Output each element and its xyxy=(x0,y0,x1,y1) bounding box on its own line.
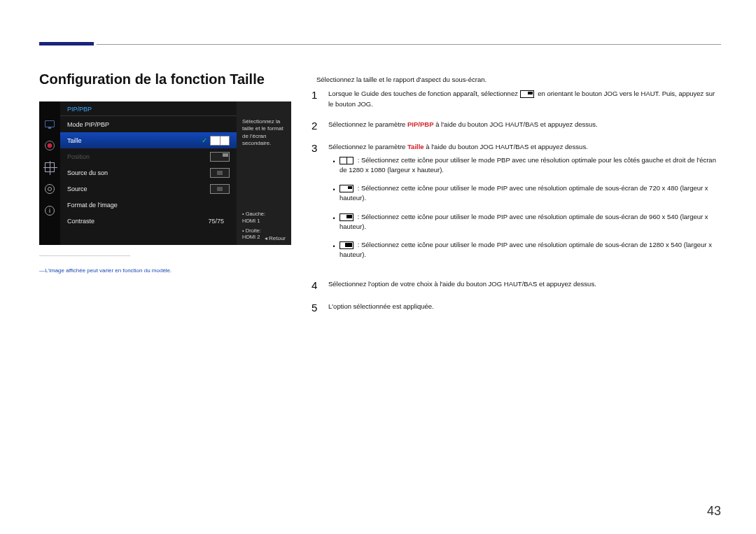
step-3-body: Sélectionnez le paramètre Taille à l'aid… xyxy=(328,141,721,268)
step-2-body: Sélectionnez le paramètre PIP/PBP à l'ai… xyxy=(328,119,721,132)
step-4-body: Sélectionnez l'option de votre choix à l… xyxy=(328,279,721,291)
model-variance-note: L'image affichée peut varier en fonction… xyxy=(39,267,172,274)
bullet-icon: • xyxy=(328,155,340,176)
source-son-value-icon xyxy=(210,168,230,178)
osd-retour: Retour xyxy=(265,235,286,242)
osd-label-format: Format de l'image xyxy=(67,202,230,209)
step-1-number: 1 xyxy=(312,88,328,109)
step-4-number: 4 xyxy=(312,279,328,291)
step-1: 1 Lorsque le Guide des touches de foncti… xyxy=(312,88,721,109)
osd-label-mode: Mode PIP/PBP xyxy=(67,121,230,128)
osd-label-taille: Taille xyxy=(67,137,202,144)
osd-panel: i PIP/PBP Mode PIP/PBP Taille ✓ Position… xyxy=(39,101,291,245)
source-value-icon xyxy=(210,184,230,194)
check-icon: ✓ xyxy=(202,136,207,144)
step-2-number: 2 xyxy=(312,119,328,132)
monitor-icon xyxy=(44,118,55,129)
sub-item-pip-m: • : Sélectionnez cette icône pour utilis… xyxy=(328,212,721,232)
osd-side-info: • Gauche:HDMI 1 • Droite:HDMI 2 Retour xyxy=(242,211,286,241)
osd-description-pane: Sélectionnez la taille et le format de l… xyxy=(237,101,291,245)
osd-section-header: PIP/PBP xyxy=(60,101,237,116)
step-1-body: Lorsque le Guide des touches de fonction… xyxy=(328,88,721,109)
gear-icon xyxy=(44,183,55,195)
bullet-icon: • xyxy=(328,183,340,204)
menu-icon xyxy=(520,90,534,98)
step-5-number: 5 xyxy=(312,301,328,314)
pip-medium-icon xyxy=(340,213,354,221)
osd-list: PIP/PBP Mode PIP/PBP Taille ✓ Position S… xyxy=(60,101,237,245)
step-4: 4 Sélectionnez l'option de votre choix à… xyxy=(312,279,721,291)
osd-row-contraste: Contraste 75/75 xyxy=(60,213,237,229)
taille-value-icon xyxy=(210,136,230,146)
osd-label-contraste: Contraste xyxy=(67,218,174,225)
color-icon xyxy=(44,140,55,151)
osd-row-mode: Mode PIP/PBP xyxy=(60,116,237,132)
note-separator xyxy=(39,255,130,256)
taille-param: Taille xyxy=(407,143,424,150)
step-3: 3 Sélectionnez le paramètre Taille à l'a… xyxy=(312,141,721,268)
osd-icon-strip: i xyxy=(39,101,60,245)
osd-row-source: Source xyxy=(60,181,237,197)
osd-row-format: Format de l'image xyxy=(60,197,237,213)
page-title: Configuration de la fonction Taille xyxy=(39,71,265,87)
bullet-icon: • xyxy=(328,212,340,232)
step-5: 5 L'option sélectionnée est appliquée. xyxy=(312,301,721,314)
osd-description-text: Sélectionnez la taille et le format de l… xyxy=(242,118,286,148)
osd-row-source-son: Source du son xyxy=(60,164,237,181)
pip-large-icon xyxy=(340,241,354,249)
osd-row-position: Position xyxy=(60,148,237,164)
sublist: • : Sélectionnez cette icône pour utilis… xyxy=(328,155,721,260)
sub-item-pip-l: • : Sélectionnez cette icône pour utilis… xyxy=(328,240,721,260)
step-5-body: L'option sélectionnée est appliquée. xyxy=(328,301,721,314)
osd-label-position: Position xyxy=(67,153,210,160)
page-number: 43 xyxy=(707,504,721,519)
pip-pbp-param: PIP/PBP xyxy=(407,120,434,128)
sub-item-pbp: • : Sélectionnez cette icône pour utilis… xyxy=(328,155,721,176)
header-accent xyxy=(39,42,94,45)
bullet-icon: • xyxy=(328,240,340,260)
sub-item-pip-s: • : Sélectionnez cette icône pour utilis… xyxy=(328,183,721,204)
pbp-split-icon xyxy=(340,157,354,164)
osd-label-source: Source xyxy=(67,185,210,192)
info-icon: i xyxy=(44,205,55,216)
osd-droite-val: HDMI 2 xyxy=(242,234,260,240)
header-rule xyxy=(97,44,721,45)
intro-text: Sélectionnez la taille et le rapport d'a… xyxy=(316,76,721,83)
osd-contraste-value: 75/75 xyxy=(174,218,230,225)
osd-row-taille: Taille ✓ xyxy=(60,132,237,148)
target-icon xyxy=(44,162,55,173)
step-2: 2 Sélectionnez le paramètre PIP/PBP à l'… xyxy=(312,119,721,132)
position-value-icon xyxy=(210,152,230,162)
step-3-number: 3 xyxy=(312,141,328,268)
steps-list: 1 Lorsque le Guide des touches de foncti… xyxy=(312,88,721,323)
osd-gauche-val: HDMI 1 xyxy=(242,218,260,224)
osd-label-source-son: Source du son xyxy=(67,169,210,176)
pip-small-icon xyxy=(340,185,354,192)
